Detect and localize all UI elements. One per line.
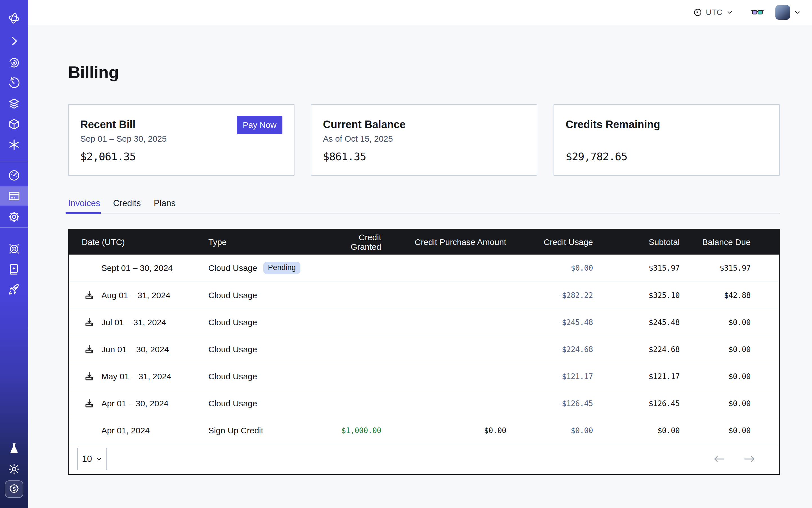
logo-icon [8, 12, 20, 25]
sidebar-item-theme[interactable] [0, 460, 28, 478]
sidebar-item-observe[interactable] [0, 53, 28, 72]
credit-usage-value: -$121.17 [506, 372, 593, 381]
invoice-type-cell: Cloud Usage [208, 345, 330, 354]
invoice-type: Cloud Usage [208, 263, 257, 273]
download-icon[interactable] [84, 398, 95, 409]
invoice-date-cell: May 01 – 31, 2024 [69, 371, 208, 382]
user-menu-chevron-icon[interactable] [794, 9, 801, 16]
balance-due-value: $315.97 [680, 263, 751, 272]
sidebar-item-docs[interactable] [0, 260, 28, 278]
current-balance-card: Current Balance As of Oct 15, 2025 $861.… [311, 104, 537, 176]
invoice-type: Cloud Usage [208, 318, 257, 327]
invoices-table: Date (UTC) Type Credit Granted Credit Pu… [68, 229, 780, 475]
credits-remaining-card: Credits Remaining $29,782.65 [554, 104, 780, 176]
sidebar [0, 0, 28, 508]
credit-purchase-value: $0.00 [381, 426, 506, 435]
balance-as-of-date: As of Oct 15, 2025 [323, 134, 393, 143]
credit-usage-value: $0.00 [506, 426, 593, 435]
table-row: May 01 – 31, 2024 Cloud Usage -$121.17 $… [69, 363, 779, 390]
tab-invoices[interactable]: Invoices [68, 198, 100, 213]
ship-wheel-icon [8, 243, 20, 255]
sun-icon [8, 463, 20, 476]
column-header-type: Type [208, 238, 330, 247]
invoice-date: Jun 01 – 30, 2024 [101, 345, 169, 354]
sidebar-item-labs[interactable] [0, 439, 28, 457]
invoice-type-cell: Cloud Usage [208, 399, 330, 408]
table-row: Apr 01 – 30, 2024 Cloud Usage -$126.45 $… [69, 390, 779, 417]
rocket-icon [8, 283, 20, 296]
invoice-type: Cloud Usage [208, 291, 257, 300]
download-icon[interactable] [84, 290, 95, 301]
download-icon[interactable] [84, 344, 95, 355]
invoice-date: May 01 – 31, 2024 [101, 372, 171, 381]
tab-credits[interactable]: Credits [113, 198, 141, 213]
invoice-type-cell: Cloud Usage [208, 372, 330, 381]
chevron-down-icon [726, 9, 733, 16]
page-title: Billing [68, 62, 780, 83]
subtotal-value: $126.45 [593, 399, 680, 408]
invoice-type-cell: Cloud Usage [208, 318, 330, 327]
table-row: Apr 01, 2024 Sign Up Credit $1,000.00 $0… [69, 417, 779, 444]
sidebar-item-launch[interactable] [0, 281, 28, 298]
summary-cards: Recent Bill Sep 01 – Sep 30, 2025 $2,061… [68, 104, 780, 176]
timezone-label: UTC [706, 8, 722, 17]
cube-icon [8, 118, 20, 131]
current-balance-amount: $861.35 [323, 151, 366, 163]
app-logo[interactable] [0, 9, 28, 27]
subtotal-value: $121.17 [593, 372, 680, 381]
sidebar-item-artifacts[interactable] [0, 115, 28, 133]
card-title: Current Balance [323, 119, 406, 131]
card-title: Credits Remaining [566, 119, 660, 131]
subtotal-value: $224.68 [593, 345, 680, 354]
billing-period: Sep 01 – Sep 30, 2025 [80, 134, 167, 143]
subtotal-value: $325.10 [593, 291, 680, 300]
download-icon[interactable] [84, 371, 95, 382]
page-size-select[interactable]: 10 [77, 448, 107, 470]
credit-usage-value: -$245.48 [506, 318, 593, 327]
user-avatar[interactable] [775, 5, 790, 20]
invoice-date: Sept 01 – 30, 2024 [101, 263, 173, 273]
book-sparkle-icon [8, 263, 20, 276]
invoice-date-cell: Jun 01 – 30, 2024 [69, 344, 208, 355]
balance-due-value: $0.00 [680, 345, 751, 354]
table-row: Sept 01 – 30, 2024 Cloud Usage Pending $… [69, 255, 779, 282]
prev-page-arrow-icon[interactable] [714, 455, 725, 463]
invoice-type-cell: Sign Up Credit [208, 426, 330, 435]
sidebar-item-dashboard[interactable] [0, 166, 28, 184]
invoice-date: Jul 01 – 31, 2024 [101, 318, 166, 327]
column-header-credit-granted: Credit Granted [330, 232, 381, 252]
invoice-date: Apr 01 – 30, 2024 [101, 399, 169, 408]
reader-glasses-icon[interactable] [751, 8, 764, 16]
sidebar-item-settings[interactable] [0, 208, 28, 226]
sidebar-divider [0, 227, 28, 227]
table-row: Jun 01 – 30, 2024 Cloud Usage -$224.68 $… [69, 336, 779, 363]
tab-plans[interactable]: Plans [154, 198, 176, 213]
pay-now-button[interactable]: Pay Now [237, 116, 283, 134]
sidebar-item-history[interactable] [0, 74, 28, 92]
billing-tabs: Invoices Credits Plans [68, 198, 780, 213]
clock-icon [693, 8, 702, 16]
sidebar-item-asterisk[interactable] [0, 136, 28, 154]
sidebar-item-helm[interactable] [0, 240, 28, 258]
balance-due-value: $0.00 [680, 372, 751, 381]
table-row: Aug 01 – 31, 2024 Cloud Usage -$282.22 $… [69, 282, 779, 309]
invoice-date-cell: Sept 01 – 30, 2024 [69, 262, 208, 274]
invoice-type: Cloud Usage [208, 399, 257, 408]
sidebar-item-billing[interactable] [0, 187, 28, 205]
spiral-eye-icon [8, 56, 20, 69]
subtotal-value: $0.00 [593, 426, 680, 435]
invoice-type: Cloud Usage [208, 372, 257, 381]
sidebar-item-layers[interactable] [0, 95, 28, 113]
table-header: Date (UTC) Type Credit Granted Credit Pu… [69, 230, 779, 255]
download-icon[interactable] [84, 317, 95, 328]
column-header-subtotal: Subtotal [593, 238, 680, 247]
invoice-date-cell: Jul 01 – 31, 2024 [69, 317, 208, 328]
recent-bill-amount: $2,061.35 [80, 151, 136, 163]
asterisk-icon [8, 138, 20, 151]
sidebar-expand-button[interactable] [0, 32, 28, 50]
timezone-selector[interactable]: UTC [693, 8, 733, 17]
column-header-credit-purchase: Credit Purchase Amount [381, 238, 506, 247]
next-page-arrow-icon[interactable] [744, 455, 755, 463]
credits-remaining-amount: $29,782.65 [566, 151, 627, 163]
usage-credits-button[interactable] [5, 480, 24, 498]
